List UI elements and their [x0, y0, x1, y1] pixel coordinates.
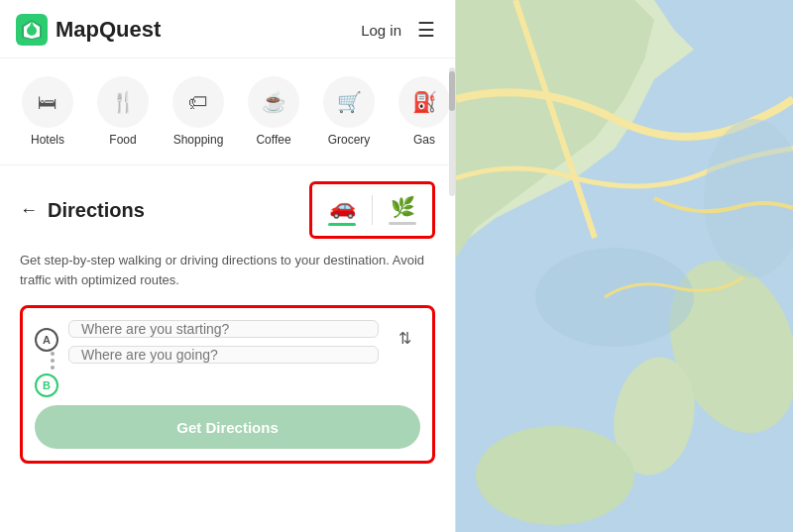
mapquest-logo-icon — [16, 14, 48, 46]
hamburger-menu-icon[interactable]: ☰ — [417, 18, 435, 42]
directions-description: Get step-by-step walking or driving dire… — [20, 251, 435, 289]
walk-mode-indicator — [389, 222, 416, 225]
directions-form: A B ⇅ — [20, 305, 435, 464]
login-button[interactable]: Log in — [361, 22, 401, 39]
drive-icon: 🚗 — [329, 194, 356, 220]
drive-mode-indicator — [328, 223, 356, 226]
directions-back-button[interactable]: ← Directions — [20, 199, 145, 222]
connector-dots — [51, 352, 55, 370]
directions-mode-buttons: 🚗 🌿 — [309, 181, 435, 239]
waypoint-b-marker: B — [35, 373, 58, 397]
start-input[interactable] — [68, 320, 379, 338]
hotels-label: Hotels — [31, 133, 64, 147]
category-item-shopping[interactable]: 🏷 Shopping — [163, 68, 234, 155]
logo-container: MapQuest — [16, 14, 161, 46]
coffee-icon: ☕ — [248, 76, 299, 128]
grocery-label: Grocery — [328, 133, 371, 147]
get-directions-button[interactable]: Get Directions — [35, 405, 420, 449]
end-input[interactable] — [68, 346, 379, 364]
directions-section: ← Directions 🚗 🌿 Get step-by-step walkin… — [0, 165, 455, 532]
logo-text: MapQuest — [56, 17, 161, 43]
coffee-label: Coffee — [256, 133, 290, 147]
walk-mode-button[interactable]: 🌿 — [383, 191, 422, 229]
shopping-icon: 🏷 — [172, 76, 224, 128]
category-item-coffee[interactable]: ☕ Coffee — [238, 68, 309, 155]
drive-mode-button[interactable]: 🚗 — [322, 190, 362, 230]
svg-point-3 — [27, 26, 37, 36]
header-right: Log in ☰ — [361, 18, 435, 42]
gas-icon: ⛽ — [398, 76, 450, 128]
scrollbar-track[interactable] — [449, 67, 455, 196]
map-view — [456, 0, 793, 532]
directions-header: ← Directions 🚗 🌿 — [20, 181, 435, 239]
back-arrow-icon: ← — [20, 200, 38, 221]
scrollbar-thumb — [449, 71, 455, 111]
shopping-label: Shopping — [173, 133, 224, 147]
swap-directions-button[interactable]: ⇅ — [389, 320, 420, 352]
directions-title: Directions — [48, 199, 145, 222]
map-panel[interactable] — [456, 0, 793, 532]
food-icon: 🍴 — [97, 76, 149, 128]
gas-label: Gas — [413, 133, 435, 147]
category-item-gas[interactable]: ⛽ Gas — [389, 68, 455, 155]
waypoint-a-marker: A — [35, 328, 58, 352]
mode-divider — [372, 195, 373, 225]
svg-point-10 — [476, 426, 634, 525]
hotels-icon: 🛏 — [22, 76, 73, 128]
category-bar: 🛏 Hotels 🍴 Food 🏷 Shopping ☕ Coffee 🛒 Gr… — [0, 58, 455, 165]
category-item-hotels[interactable]: 🛏 Hotels — [12, 68, 83, 155]
header: MapQuest Log in ☰ — [0, 0, 455, 58]
left-panel: MapQuest Log in ☰ 🛏 Hotels 🍴 Food 🏷 Shop… — [0, 0, 456, 532]
category-item-food[interactable]: 🍴 Food — [87, 68, 159, 155]
svg-point-11 — [535, 248, 694, 347]
walk-icon: 🌿 — [391, 195, 415, 219]
grocery-icon: 🛒 — [323, 76, 375, 128]
food-label: Food — [109, 133, 136, 147]
category-item-grocery[interactable]: 🛒 Grocery — [313, 68, 385, 155]
